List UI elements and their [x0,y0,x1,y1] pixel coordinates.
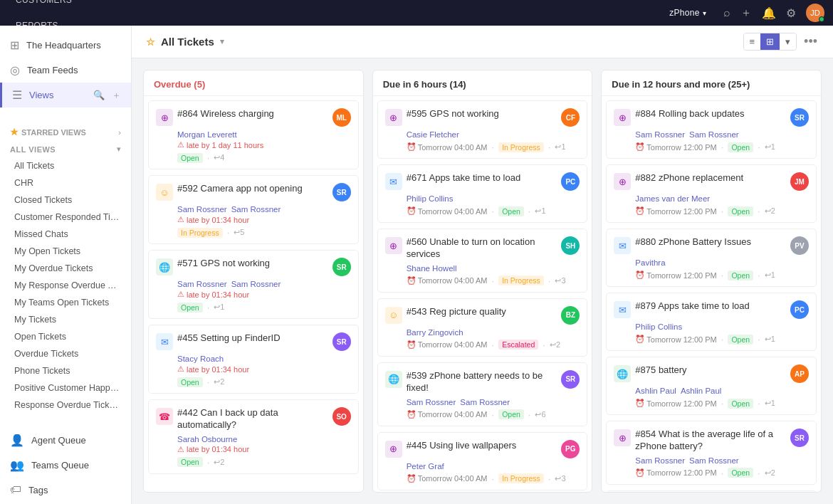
sidebar-view-missed-chats[interactable]: Missed Chats [0,226,131,243]
nav-item-customers[interactable]: CUSTOMERS [9,0,79,13]
ticket-card[interactable]: ⊕#884 Rolling back updatesSRSam RossnerS… [606,100,817,159]
ticket-card[interactable]: ✉#879 Apps take time to loadPCPhilip Col… [606,293,817,351]
ticket-agent-name[interactable]: Sam Rossner [231,280,281,288]
sidebar-view-closed-tickets[interactable]: Closed Tickets [0,191,131,209]
ticket-card[interactable]: ✉#880 zPhone Battery IssuesPVPavithra⏰ T… [606,229,817,287]
ticket-card[interactable]: ☺#838 zPhone not workingNHNicole Hawkins… [606,490,817,492]
ticket-agent-name[interactable]: Pavithra [635,258,665,267]
meta-dot: · [227,227,230,238]
ticket-card[interactable]: ☺#543 Reg picture qualityBZBarry Zingovi… [377,298,588,357]
ticket-card[interactable]: ⊕#595 GPS not workingCFCasie Fletcher⏰ T… [377,100,588,159]
ticket-agent-name[interactable]: Barry Zingovich [407,328,463,337]
ticket-title: #445 Using live wallpapers [407,440,557,452]
ticket-card[interactable]: ⊕#882 zPhone replacementJMJames van der … [606,164,817,223]
content-area: ☆ All Tickets ▾ ≡ ⊞ ▾ ••• Overdue (5)⊕#8… [132,26,833,504]
notification-icon[interactable]: 🔔 [762,6,776,20]
view-options-btn[interactable]: ▾ [780,33,796,50]
meta-dot: · [548,275,551,286]
status-badge: Open [728,468,753,478]
ticket-agent-name[interactable]: Ashlin Paul [635,387,676,395]
column-header-due6: Due in 6 hours (14) [373,70,592,96]
ticket-agent-name[interactable]: Morgan Leverett [177,130,237,139]
ticket-agent-name[interactable]: Sam Rossner [231,205,281,214]
sidebar-view-my-overdue-tickets[interactable]: My Overdue Tickets [0,260,131,277]
clock-icon: ⏰ [635,399,645,408]
ticket-card-top: ⊕#864 Wireless chargingML [156,108,351,127]
sidebar-view-my-open-tickets[interactable]: My Open Tickets [0,243,131,260]
ticket-agent-name[interactable]: Sam Rossner [177,280,227,288]
all-views-toggle[interactable]: ALL VIEWS ▾ [0,141,131,157]
add-icon[interactable]: ＋ [740,6,752,21]
zphone-selector[interactable]: zPhone ▾ [662,0,713,26]
settings-icon[interactable]: ⚙ [786,6,796,20]
sidebar-view-my-tickets[interactable]: My Tickets [0,311,131,328]
ticket-meta: Open·↩2 [177,457,351,468]
ticket-card[interactable]: ☺#592 Camera app not openingSRSam Rossne… [148,175,359,244]
chevron-right-icon[interactable]: › [118,128,121,137]
ticket-agent-name[interactable]: Sam Rossner [635,456,685,465]
reply-count: ↩2 [765,468,775,478]
sidebar-view-my-response-overdue-tic---[interactable]: My Response Overdue Tic... [0,277,131,294]
ticket-agents: Barry Zingovich [407,328,580,337]
due-time: ⏰ Tomorrow 04:00 AM [407,142,488,152]
list-view-btn[interactable]: ≡ [744,33,761,50]
ticket-agent-name[interactable]: Sarah Osbourne [177,435,237,443]
sidebar-item-views[interactable]: ☰ Views 🔍 ＋ [0,83,131,107]
avatar[interactable]: JD [806,4,824,22]
ticket-meta: ⏰ Tomorrow 04:00 AM·Escalated·↩2 [407,340,580,350]
due-time: ⏰ Tomorrow 12:00 PM [635,399,716,408]
ticket-card[interactable]: ⊕#854 What is the average life of a zPho… [606,421,817,485]
ticket-agent-name[interactable]: Philip Collins [635,322,682,331]
ticket-card[interactable]: 🌐#539 zPhone battery needs to be fixed!S… [377,362,588,426]
ticket-card[interactable]: ⊕#560 Unable to turn on location service… [377,229,588,293]
ticket-agent-name[interactable]: Sam Rossner [689,456,739,465]
grid-view-btn[interactable]: ⊞ [760,33,780,50]
more-options-btn[interactable]: ••• [802,33,819,51]
ticket-agents: Pavithra [635,258,809,267]
ticket-agent-name[interactable]: Casie Fletcher [407,130,459,139]
sidebar-item-headquarters[interactable]: ⊞ The Headquarters [0,33,131,58]
ticket-agent-name[interactable]: Sam Rossner [177,205,227,214]
add-view-icon[interactable]: ＋ [112,89,121,102]
sidebar-view-open-tickets[interactable]: Open Tickets [0,328,131,345]
ticket-agent-name[interactable]: Sam Rossner [635,130,685,139]
sidebar-item-agent-queue[interactable]: 👤 Agent Queue [0,428,131,453]
sidebar-view-chr[interactable]: CHR [0,174,131,191]
ticket-card[interactable]: 🌐#571 GPS not workingSRSam RossnerSam Ro… [148,250,359,319]
sidebar-view-all-tickets[interactable]: All Tickets [0,157,131,174]
meta-dot: · [492,142,495,152]
sidebar-view-response-overdue-tickets[interactable]: Response Overdue Tickets [0,397,131,414]
ticket-card[interactable]: ⊕#864 Wireless chargingMLMorgan Leverett… [148,100,359,169]
search-icon[interactable]: ⌕ [723,6,730,19]
ticket-agent-name[interactable]: Peter Graf [407,462,444,471]
ticket-agent-name[interactable]: Stacy Roach [177,355,224,363]
ticket-card[interactable]: ✉#671 Apps take time to loadPCPhilip Col… [377,164,588,223]
column-due6: Due in 6 hours (14)⊕#595 GPS not working… [372,70,593,493]
ticket-agents: Sam RossnerSam Rossner [635,456,809,465]
ticket-card[interactable]: 🌐#875 batteryAPAshlin PaulAshlin Paul⏰ T… [606,357,817,415]
sidebar-item-tags[interactable]: 🏷 Tags [0,478,131,502]
ticket-title: #543 Reg picture quality [407,306,557,318]
clock-icon: ⏰ [407,276,416,285]
content-title[interactable]: ☆ All Tickets ▾ [146,36,224,48]
sidebar-view-overdue-tickets[interactable]: Overdue Tickets [0,345,131,362]
ticket-card[interactable]: ⊕#445 Using live wallpapersPGPeter Graf⏰… [377,432,588,490]
email-icon: ✉ [614,301,631,318]
ticket-agent-name[interactable]: James van der Meer [635,194,710,203]
sidebar-view-phone-tickets[interactable]: Phone Tickets [0,362,131,379]
status-badge: In Progress [498,275,544,285]
sidebar-item-team-feeds[interactable]: ◎ Team Feeds [0,58,131,83]
sidebar-view-customer-responded-tick---[interactable]: Customer Responded Tick... [0,209,131,226]
sidebar-view-my-teams-open-tickets[interactable]: My Teams Open Tickets [0,294,131,311]
ticket-agent-name[interactable]: Ashlin Paul [681,387,722,395]
search-views-icon[interactable]: 🔍 [93,90,105,100]
ticket-agent-name[interactable]: Sam Rossner [460,398,510,406]
ticket-agent-name[interactable]: Shane Howell [407,264,457,273]
sidebar-item-teams-queue[interactable]: 👥 Teams Queue [0,453,131,478]
sidebar-view-positive-customer-happin---[interactable]: Positive Customer Happin... [0,379,131,397]
ticket-card[interactable]: ✉#455 Setting up FinderIDSRStacy Roach⚠l… [148,325,359,394]
ticket-agent-name[interactable]: Sam Rossner [689,130,739,139]
ticket-card[interactable]: ☎#442 Can I back up data automatically?S… [148,399,359,474]
ticket-agent-name[interactable]: Sam Rossner [407,398,456,406]
ticket-agent-name[interactable]: Philip Collins [407,194,454,203]
